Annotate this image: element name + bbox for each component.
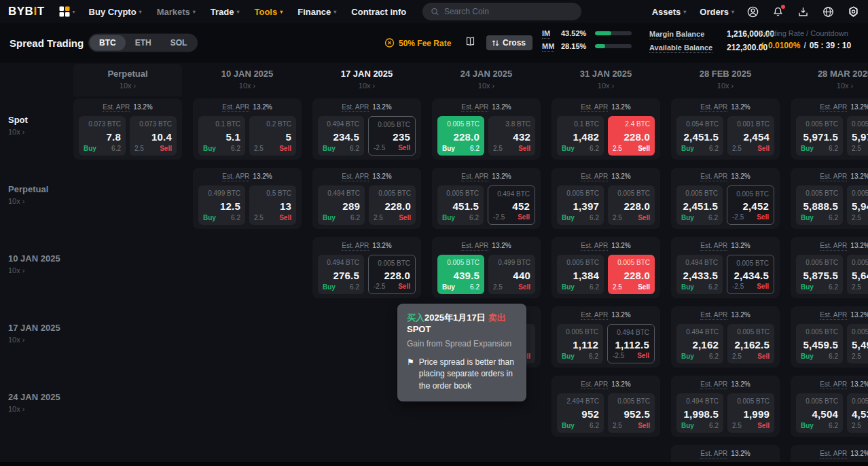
est-apr-label[interactable]: Est. APR xyxy=(342,103,369,112)
est-apr-label[interactable]: Est. APR xyxy=(581,311,608,320)
horizontal-scrollbar[interactable] xyxy=(0,462,868,466)
buy-price-box[interactable]: 0.005 BTC1,397Buy6.2 xyxy=(557,185,604,225)
row-header-perpetual[interactable]: Perpetual10x› xyxy=(8,184,48,205)
row-header-17-jan-2025[interactable]: 17 JAN 202510x› xyxy=(8,323,60,344)
sell-price-box[interactable]: 0.5 BTC132.5Sell xyxy=(249,185,296,225)
sell-price-box[interactable]: 0.005 BTC228.0-2.5Sell xyxy=(368,255,416,294)
column-header-31-jan-2025[interactable]: 31 JAN 202510x› xyxy=(551,64,660,96)
nav-item-trade[interactable]: Trade▾ xyxy=(211,7,240,17)
est-apr-label[interactable]: Est. APR xyxy=(820,173,847,181)
buy-price-box[interactable]: 0.494 BTC2,162Buy6.2 xyxy=(676,324,723,363)
sell-price-box[interactable]: 0.005 BTC2,452-2.5Sell xyxy=(727,185,774,225)
buy-price-box[interactable]: 0.054 BTC2,451.5Buy6.2 xyxy=(676,116,723,156)
est-apr-label[interactable]: Est. APR xyxy=(700,311,727,320)
buy-price-box[interactable]: 0.494 BTC2,433.5Buy6.2 xyxy=(676,255,723,294)
column-leverage-link[interactable]: 10x› xyxy=(551,82,660,90)
profile-icon[interactable] xyxy=(746,5,759,18)
fee-rate-badge[interactable]: 50% Fee Rate xyxy=(384,38,451,48)
nav-item-contract-info[interactable]: Contract info xyxy=(351,7,406,17)
sell-price-box[interactable]: 0.005 BTC2,162.52.5Sell xyxy=(727,324,774,363)
cross-margin-button[interactable]: Cross xyxy=(486,35,532,50)
settings-gear-icon[interactable] xyxy=(847,5,860,18)
est-apr-label[interactable]: Est. APR xyxy=(342,173,369,181)
buy-price-box[interactable]: 0.499 BTC12.5Buy6.2 xyxy=(198,185,245,225)
est-apr-label[interactable]: Est. APR xyxy=(820,311,847,320)
sell-price-box[interactable]: 0.005 BTC228.02.5Sell xyxy=(369,185,416,225)
est-apr-label[interactable]: Est. APR xyxy=(222,103,249,112)
language-globe-icon[interactable] xyxy=(822,5,835,18)
coin-tab-sol[interactable]: SOL xyxy=(161,35,197,51)
sell-price-box[interactable]: 0.0055,492.5Sell xyxy=(847,324,868,363)
row-leverage-link[interactable]: 10x› xyxy=(8,128,28,136)
nav-item-tools[interactable]: Tools▾ xyxy=(254,7,283,17)
sell-price-box[interactable]: 0.005 BTC2,434.5-2.5Sell xyxy=(727,255,774,294)
column-header-17-jan-2025[interactable]: 17 JAN 202510x› xyxy=(312,64,421,96)
buy-price-box[interactable]: 0.494 BTC289Buy6.2 xyxy=(318,185,365,225)
sell-price-box[interactable]: 0.005 BTC228.02.5Sell xyxy=(608,185,655,225)
buy-price-box[interactable]: 0.005 BTC4,504Buy6.2 xyxy=(796,393,843,433)
sell-price-box[interactable]: 0.494 BTC452-2.5Sell xyxy=(488,185,535,225)
coin-tab-eth[interactable]: ETH xyxy=(126,35,161,51)
est-apr-label[interactable]: Est. APR xyxy=(461,103,488,112)
nav-item-markets[interactable]: Markets▾ xyxy=(157,7,196,17)
column-leverage-link[interactable]: 10x› xyxy=(791,82,868,90)
column-leverage-link[interactable]: 10x› xyxy=(312,82,421,90)
est-apr-label[interactable]: Est. APR xyxy=(700,242,727,251)
buy-price-box[interactable]: 0.005 BTC228.0Buy6.2 xyxy=(437,116,484,156)
est-apr-label[interactable]: Est. APR xyxy=(700,450,727,459)
sell-price-box[interactable]: 0.005 BTC952.52.5Sell xyxy=(608,393,655,433)
buy-price-box[interactable]: 0.005 BTC5,875.5Buy6.2 xyxy=(796,255,843,294)
buy-price-box[interactable]: 0.005 BTC1,384Buy6.2 xyxy=(557,255,604,294)
est-apr-label[interactable]: Est. APR xyxy=(581,380,608,389)
column-header-10-jan-2025[interactable]: 10 JAN 202510x› xyxy=(193,64,302,96)
sell-price-box[interactable]: 3.8 BTC4322.5Sell xyxy=(488,116,535,156)
row-header-24-jan-2025[interactable]: 24 JAN 202510x› xyxy=(8,392,60,413)
buy-price-box[interactable]: 0.005 BTC439.5Buy6.2 xyxy=(437,255,484,294)
sell-price-box[interactable]: 0.0055,942.5Sell xyxy=(847,185,868,225)
est-apr-label[interactable]: Est. APR xyxy=(700,173,727,181)
row-header-spot[interactable]: Spot10x› xyxy=(8,115,28,136)
nav-item-assets[interactable]: Assets▾ xyxy=(652,7,687,17)
est-apr-label[interactable]: Est. APR xyxy=(581,173,608,181)
est-apr-label[interactable]: Est. APR xyxy=(700,103,727,112)
buy-price-box[interactable]: 0.005 BTC5,459.5Buy6.2 xyxy=(796,324,843,363)
column-leverage-link[interactable]: 10x› xyxy=(432,82,541,90)
sell-price-box[interactable]: 0.005 BTC235-2.5Sell xyxy=(368,116,416,156)
buy-price-box[interactable]: 0.005 BTC451.5Buy6.2 xyxy=(437,185,484,225)
bybit-logo[interactable]: BYBIT xyxy=(8,5,45,18)
est-apr-label[interactable]: Est. APR xyxy=(581,103,608,112)
sell-price-box[interactable]: 0.0055,642.5Sell xyxy=(847,255,868,294)
buy-price-box[interactable]: 0.005 BTC5,971.5Buy6.2 xyxy=(796,116,843,156)
buy-price-box[interactable]: 0.005 BTC1,112Buy6.2 xyxy=(557,324,603,363)
sell-price-box[interactable]: 0.0054,532.5Sell xyxy=(847,393,868,433)
buy-price-box[interactable]: 0.494 BTC234.5Buy6.2 xyxy=(318,116,364,156)
im-label[interactable]: IM xyxy=(542,29,561,37)
row-leverage-link[interactable]: 10x› xyxy=(8,197,48,205)
est-apr-label[interactable]: Est. APR xyxy=(461,173,488,181)
column-leverage-link[interactable]: 10x› xyxy=(73,82,182,90)
buy-price-box[interactable]: 0.494 BTC276.5Buy6.2 xyxy=(318,255,364,294)
buy-price-box[interactable]: 0.494 BTC1,998.5Buy6.2 xyxy=(676,393,723,433)
buy-price-box[interactable]: 0.005 BTC5,888.5Buy6.2 xyxy=(796,185,843,225)
column-leverage-link[interactable]: 10x› xyxy=(193,82,302,90)
search-input[interactable] xyxy=(444,7,573,16)
coin-tab-btc[interactable]: BTC xyxy=(90,35,126,51)
download-app-icon[interactable] xyxy=(797,5,810,18)
est-apr-label[interactable]: Est. APR xyxy=(700,380,727,389)
column-leverage-link[interactable]: 10x› xyxy=(671,82,780,90)
guide-book-icon[interactable] xyxy=(465,36,476,50)
sell-price-box[interactable]: 0.2 BTC52.5Sell xyxy=(249,116,296,156)
sell-price-box[interactable]: 0.005 BTC228.02.5Sell xyxy=(608,255,655,294)
est-apr-label[interactable]: Est. APR xyxy=(820,450,847,459)
mm-label[interactable]: MM xyxy=(542,42,561,50)
sell-price-box[interactable]: 2.4 BTC228.02.5Sell xyxy=(608,116,655,156)
apps-grid-icon[interactable]: ▾ xyxy=(58,5,75,18)
row-leverage-link[interactable]: 10x› xyxy=(8,405,60,413)
sell-price-box[interactable]: 0.494 BTC1,112.5-2.5Sell xyxy=(607,324,655,363)
buy-price-box[interactable]: 0.1 BTC1,482Buy6.2 xyxy=(557,116,604,156)
notifications-bell-icon[interactable] xyxy=(772,5,784,18)
buy-price-box[interactable]: 0.1 BTC5.1Buy6.2 xyxy=(198,116,245,156)
buy-price-box[interactable]: 0.073 BTC7.8Buy6.2 xyxy=(79,116,126,156)
sell-price-box[interactable]: 0.499 BTC4402.5Sell xyxy=(488,255,535,294)
sell-price-box[interactable]: 0.005 BTC1,9992.5Sell xyxy=(727,393,774,433)
